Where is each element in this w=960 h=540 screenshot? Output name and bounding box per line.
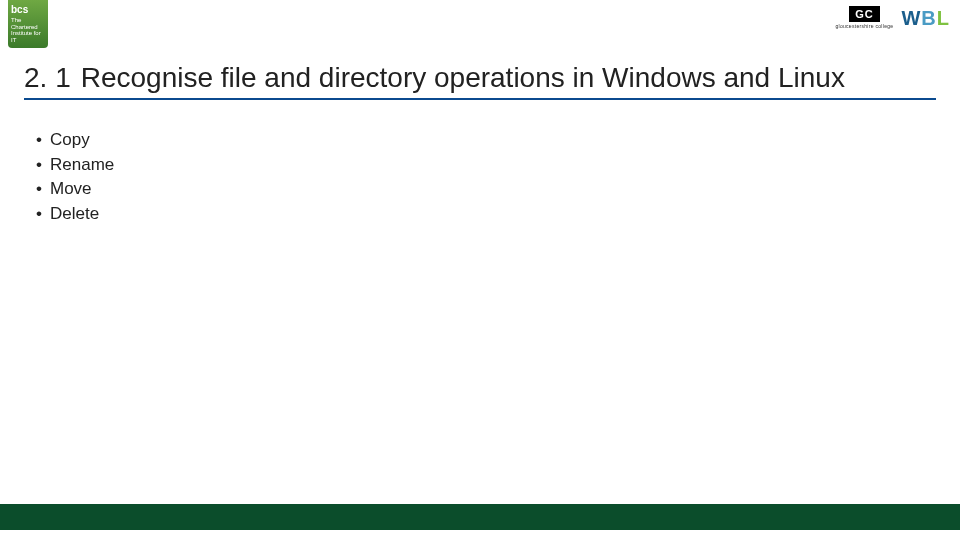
list-item: Delete — [36, 202, 960, 227]
bcs-logo-text: bcs — [11, 4, 45, 15]
wbl-letter-w: W — [901, 7, 921, 29]
bcs-logo: bcs The Chartered Institute for IT — [8, 0, 48, 48]
heading-wrap: 2. 1Recognise file and directory operati… — [24, 62, 936, 100]
wbl-letter-l: L — [937, 7, 950, 29]
gc-logo: GC gloucestershire college — [835, 6, 893, 29]
heading-number: 2. 1 — [24, 62, 71, 93]
list-item: Copy — [36, 128, 960, 153]
footer-bar — [0, 504, 960, 530]
heading-title: Recognise file and directory operations … — [81, 62, 845, 93]
bcs-logo-tagline: The Chartered Institute for IT — [11, 17, 41, 43]
right-logos: GC gloucestershire college WBL — [835, 6, 950, 29]
header-region: bcs The Chartered Institute for IT GC gl… — [0, 0, 960, 50]
gc-logo-text: GC — [849, 6, 880, 22]
list-item: Move — [36, 177, 960, 202]
gc-logo-sub: gloucestershire college — [835, 23, 893, 29]
list-item: Rename — [36, 153, 960, 178]
wbl-letter-b: B — [921, 7, 936, 29]
slide-heading: 2. 1Recognise file and directory operati… — [24, 62, 936, 94]
bullet-list: Copy Rename Move Delete — [36, 128, 960, 227]
wbl-logo: WBL — [901, 8, 950, 28]
